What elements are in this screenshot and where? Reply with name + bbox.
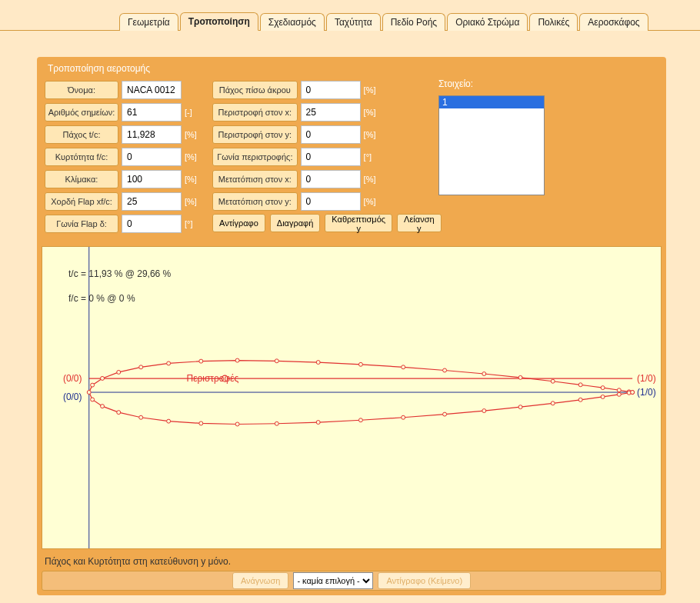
svg-text:(0/0): (0/0) [63,373,82,384]
panel-title: Τροποποίηση αεροτομής [48,63,658,74]
field-row: Πάχος t/c:[%] [45,123,203,145]
field-unit: [%] [364,85,377,95]
field-input[interactable] [122,103,182,122]
svg-point-41 [578,398,582,401]
svg-point-30 [167,419,171,423]
field-input[interactable] [122,215,182,233]
list-item[interactable]: 1 [439,96,544,108]
svg-point-27 [101,405,105,408]
field-input[interactable] [301,170,361,188]
footer-bar: Ανάγνωση - καμία επιλογή - Αντίγραφο (Κε… [42,571,662,591]
field-row: Μετατόπιση στον x:[%] [212,168,377,190]
elements-column: Στοιχείο: 1 [386,78,658,195]
svg-point-29 [139,415,143,419]
status-bar: Πάχος και Κυρτότητα στη κατεύθυνση y μόν… [42,554,662,569]
field-input[interactable] [122,148,182,166]
field-unit: [°] [364,152,377,162]
field-unit: [-] [185,108,198,117]
status-text: Πάχος και Κυρτότητα στη κατεύθυνση y μόν… [45,556,231,567]
field-label: Κυρτότητα f/c: [45,148,118,166]
svg-point-21 [139,365,143,369]
tab-7[interactable]: Αεροσκάφος [579,13,648,31]
field-row: Περιστροφή στον y:[%] [212,123,377,145]
field-label: Αριθμός σημείων: [45,103,118,122]
field-row: Κλίμακα:[%] [45,168,203,190]
svg-point-10 [551,379,555,383]
svg-point-34 [316,421,320,425]
tab-0[interactable]: Γεωμετρία [119,13,178,31]
svg-point-18 [235,358,239,362]
svg-point-19 [199,359,203,363]
svg-text:Περιστροφές: Περιστροφές [187,373,239,384]
svg-point-45 [631,391,635,395]
svg-point-36 [402,415,405,419]
tab-2[interactable]: Σχεδιασμός [260,13,325,31]
tc-readout: t/c = 11,93 % @ 29,66 % [68,268,171,279]
field-unit: [%] [185,175,198,184]
field-input[interactable] [301,192,361,211]
field-label: Όνομα: [45,81,118,99]
tab-5[interactable]: Οριακό Στρώμα [447,13,528,31]
left-fields-column: Όνομα:Αριθμός σημείων:[-]Πάχος t/c:[%]Κυ… [45,78,203,235]
svg-text:(0/0): (0/0) [63,391,82,402]
footer-select[interactable]: - καμία επιλογή - [293,572,373,589]
svg-point-15 [358,362,362,366]
field-unit: [%] [364,197,377,206]
elements-listbox[interactable]: 1 [438,95,545,195]
svg-point-38 [482,409,486,413]
svg-point-32 [235,422,239,426]
mirror-y-button[interactable]: Καθρεπτισμός y [325,214,392,232]
svg-point-31 [199,421,203,425]
field-label: Περιστροφή στον y: [212,125,298,144]
field-input[interactable] [301,148,361,166]
fc-readout: f/c = 0 % @ 0 % [68,293,135,304]
field-unit: [%] [364,130,377,139]
field-input[interactable] [122,81,182,99]
svg-point-9 [578,383,582,387]
svg-point-11 [518,375,522,379]
svg-point-22 [117,370,121,374]
smooth-y-button[interactable]: Λείανση y [397,214,441,232]
svg-point-42 [601,395,605,398]
svg-point-14 [402,365,405,369]
field-label: Γωνία περιστροφής: [212,148,298,166]
copy-button[interactable]: Αντίγραφο [212,214,265,232]
svg-point-17 [275,359,278,363]
tab-6[interactable]: Πολικές [529,13,578,31]
field-input[interactable] [301,103,361,122]
field-input[interactable] [122,192,182,211]
svg-point-43 [617,392,621,396]
airfoil-canvas[interactable]: t/c = 11,93 % @ 29,66 % f/c = 0 % @ 0 % … [42,246,662,549]
svg-point-13 [443,368,447,372]
right-fields-column: Πάχος πίσω άκρου[%]Περιστροφή στον x:[%]… [212,78,377,232]
field-row: Αριθμός σημείων:[-] [45,101,203,123]
field-label: Περιστροφή στον x: [212,103,298,122]
tab-1[interactable]: Τροποποίηση [180,12,258,31]
field-row: Περιστροφή στον x:[%] [212,101,377,123]
read-button[interactable]: Ανάγνωση [232,572,289,589]
delete-button[interactable]: Διαγραφή [270,214,321,232]
field-unit: [%] [364,175,377,184]
svg-point-35 [358,418,362,422]
field-unit: [%] [364,108,377,117]
svg-point-37 [443,412,447,416]
svg-point-40 [551,401,555,405]
field-row: Γωνία Flap δ:[°] [45,212,203,235]
tab-3[interactable]: Ταχύτητα [326,13,381,31]
field-row: Κυρτότητα f/c:[%] [45,145,203,168]
tab-4[interactable]: Πεδίο Ροής [382,13,446,31]
field-row: Όνομα: [45,78,203,101]
svg-point-23 [101,376,105,380]
svg-point-12 [482,372,486,376]
field-input[interactable] [122,170,182,188]
svg-text:(1/0): (1/0) [637,373,656,384]
field-input[interactable] [122,125,182,144]
field-unit: [%] [185,152,198,162]
tab-strip: ΓεωμετρίαΤροποποίησηΣχεδιασμόςΤαχύτηταΠε… [0,8,700,31]
field-input[interactable] [301,81,361,99]
field-input[interactable] [301,125,361,144]
svg-point-24 [91,383,95,387]
copy-text-button[interactable]: Αντίγραφο (Κείμενο) [378,572,471,589]
field-label: Πάχος t/c: [45,125,118,144]
field-row: Χορδή Flap xf/c:[%] [45,190,203,212]
